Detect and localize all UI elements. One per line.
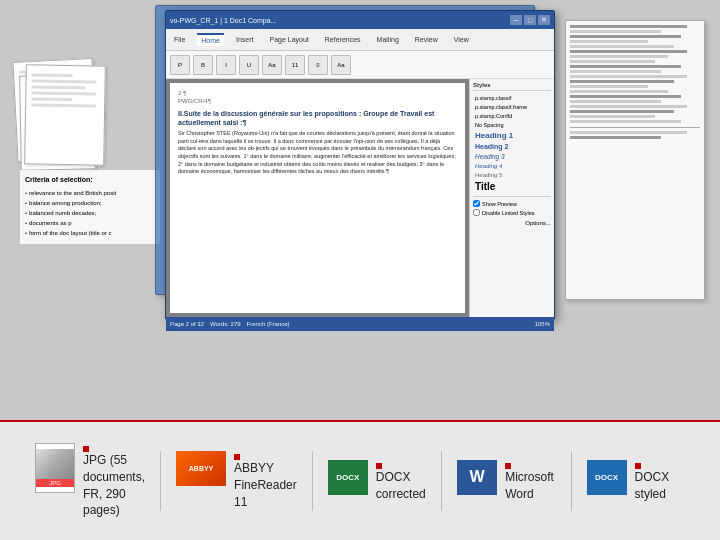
toolbar-btn-paste[interactable]: P <box>170 55 190 75</box>
bottom-item-word: W Microsoft Word <box>442 450 570 513</box>
ribbon-tab-mailing[interactable]: Mailing <box>373 34 403 45</box>
toolbar-btn-align[interactable]: ≡ <box>308 55 328 75</box>
jpg-icon-image <box>36 449 74 479</box>
style-item-stamp-classif-frame[interactable]: p.stamp.classif.frame <box>473 103 551 111</box>
disable-linked-input[interactable] <box>473 209 480 216</box>
docx-styled-icon-text: DOCX <box>595 473 618 482</box>
bullet-4: • <box>25 219 27 228</box>
word-heading: II.Suite de la discussion générale sur l… <box>178 109 457 127</box>
bottom-item-docx-styled: DOCX DOCX styled <box>572 450 700 513</box>
minimize-button[interactable]: ─ <box>510 15 522 25</box>
ribbon-tab-view[interactable]: View <box>450 34 473 45</box>
docx-corrected-label: DOCX corrected <box>376 469 426 503</box>
word-page-id: PWG/CR/4¶ <box>178 98 211 104</box>
word-page-number: 2 ¶PWG/CR/4¶ <box>178 89 457 106</box>
criteria-text-5: form of the doc layout (title or c <box>29 229 111 238</box>
doc-page-front <box>24 64 106 165</box>
jpg-label: JPG (55 documents, FR, 290 pages) <box>83 452 145 519</box>
word-titlebar: vo-PWG_CR_1 | 1 Doc1 Compa... ─ □ ✕ <box>166 11 554 29</box>
screenshots-area: Criteria of selection: • relevance to th… <box>0 0 720 420</box>
word-icon-text: W <box>470 468 485 486</box>
ribbon-tab-home[interactable]: Home <box>197 33 224 46</box>
style-item-stamp-classif[interactable]: p.stamp.classif <box>473 94 551 102</box>
toolbar-btn-style[interactable]: Aа <box>331 55 351 75</box>
disable-linked-label: Disable Linked Styles <box>482 210 535 216</box>
criteria-area: Criteria of selection: • relevance to th… <box>20 170 160 244</box>
criteria-item-5: • form of the doc layout (title or c <box>25 229 155 238</box>
word-toolbar: P B I U Aa 11 ≡ Aа <box>166 51 554 79</box>
word-page: 2 ¶PWG/CR/4¶ II.Suite de la discussion g… <box>170 83 465 313</box>
style-item-heading5[interactable]: Heading 5 <box>473 171 551 179</box>
word-styles-panel[interactable]: Styles p.stamp.classif p.stamp.classif.f… <box>469 79 554 317</box>
ribbon-tab-review[interactable]: Review <box>411 34 442 45</box>
statusbar-zoom: 105% <box>535 321 550 327</box>
close-button[interactable]: ✕ <box>538 15 550 25</box>
toolbar-btn-font[interactable]: Aa <box>262 55 282 75</box>
disable-linked-checkbox[interactable]: Disable Linked Styles <box>473 209 551 216</box>
statusbar-words: Words: 279 <box>210 321 241 327</box>
ribbon-tab-file[interactable]: File <box>170 34 189 45</box>
criteria-text-1: relevance to the and British posit <box>29 189 116 198</box>
statusbar-page-info: Page 2 of 32 <box>170 321 204 327</box>
abbyy-icon-text: ABBYY <box>189 465 214 472</box>
docx-styled-label: DOCX styled <box>635 469 685 503</box>
statusbar-language: French (France) <box>247 321 290 327</box>
right-document <box>565 20 705 300</box>
ribbon-tab-pagelayout[interactable]: Page Layout <box>265 34 312 45</box>
style-item-no-spacing[interactable]: No Spacing <box>473 121 551 129</box>
style-item-heading4[interactable]: Heading 4 <box>473 162 551 170</box>
styles-panel-header: Styles <box>473 82 551 91</box>
bottom-row: JPG JPG (55 documents, FR, 290 pages) AB… <box>0 420 720 540</box>
word-ribbon: File Home Insert Page Layout References … <box>166 29 554 51</box>
criteria-text-2: balance among production; <box>29 199 101 208</box>
ribbon-tab-insert[interactable]: Insert <box>232 34 258 45</box>
criteria-item-3: • balanced numb decades; <box>25 209 155 218</box>
bullet-5: • <box>25 229 27 238</box>
word-doc-area[interactable]: 2 ¶PWG/CR/4¶ II.Suite de la discussion g… <box>166 79 469 317</box>
criteria-text-4: documents as p <box>29 219 71 228</box>
criteria-item-4: • documents as p <box>25 219 155 228</box>
jpg-icon: JPG <box>35 443 75 493</box>
word-label: Microsoft Word <box>505 469 555 503</box>
word-window-main[interactable]: vo-PWG_CR_1 | 1 Doc1 Compa... ─ □ ✕ File… <box>165 10 555 320</box>
docx-icon-text: DOCX <box>336 473 359 482</box>
bottom-item-abbyy: ABBYY ABBYY FineReader 11 <box>161 441 312 520</box>
bullet-1: • <box>25 189 27 198</box>
styles-options-link[interactable]: Options... <box>473 220 551 226</box>
word-body: 2 ¶PWG/CR/4¶ II.Suite de la discussion g… <box>166 79 554 317</box>
show-preview-input[interactable] <box>473 200 480 207</box>
show-preview-checkbox[interactable]: Show Preview <box>473 200 551 207</box>
criteria-text-3: balanced numb decades; <box>29 209 96 218</box>
word-body-paragraph: Sir Christopher STEE (Royaume-Uni) n'a f… <box>178 130 457 176</box>
bullet-2: • <box>25 199 27 208</box>
toolbar-btn-underline[interactable]: U <box>239 55 259 75</box>
maximize-button[interactable]: □ <box>524 15 536 25</box>
style-item-heading1[interactable]: Heading 1 <box>473 130 551 141</box>
toolbar-btn-italic[interactable]: I <box>216 55 236 75</box>
style-item-title[interactable]: Title <box>473 180 551 193</box>
word-icon: W <box>457 460 497 495</box>
toolbar-btn-size[interactable]: 11 <box>285 55 305 75</box>
docx-styled-icon: DOCX <box>587 460 627 495</box>
criteria-item-2: • balance among production; <box>25 199 155 208</box>
ribbon-tab-references[interactable]: References <box>321 34 365 45</box>
abbyy-icon: ABBYY <box>176 451 226 486</box>
word-statusbar: Page 2 of 32 Words: 279 French (France) … <box>166 317 554 331</box>
word-window-controls[interactable]: ─ □ ✕ <box>510 15 550 25</box>
style-item-heading3[interactable]: Heading 3 <box>473 152 551 161</box>
bottom-item-jpg: JPG JPG (55 documents, FR, 290 pages) <box>20 433 160 529</box>
bottom-item-docx-corrected: DOCX DOCX corrected <box>313 450 441 513</box>
toolbar-btn-bold[interactable]: B <box>193 55 213 75</box>
show-preview-label: Show Preview <box>482 201 517 207</box>
abbyy-label: ABBYY FineReader 11 <box>234 460 297 510</box>
docx-corrected-icon: DOCX <box>328 460 368 495</box>
style-item-stamp-confid[interactable]: p.stamp.ConfId <box>473 112 551 120</box>
criteria-title: Criteria of selection: <box>25 175 155 186</box>
word-title-text: vo-PWG_CR_1 | 1 Doc1 Compa... <box>170 17 276 24</box>
criteria-item-1: • relevance to the and British posit <box>25 189 155 198</box>
jpg-icon-label: JPG <box>36 479 74 487</box>
bullet-3: • <box>25 209 27 218</box>
style-item-heading2[interactable]: Heading 2 <box>473 142 551 151</box>
